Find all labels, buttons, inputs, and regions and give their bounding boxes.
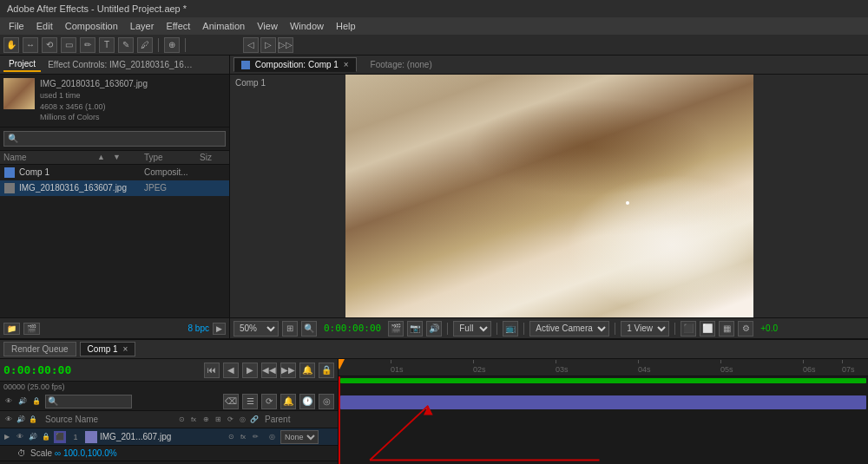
layer-parent-icon[interactable]: ◎: [266, 432, 277, 442]
layer-row-1[interactable]: ▶ 👁 🔊 🔒 ⬛ 1 IMG_201...607.jpg ⊙ fx ✏: [0, 428, 338, 446]
toolbar-btn-10[interactable]: ◁: [243, 37, 259, 53]
proj-used: used 1 time: [40, 90, 148, 101]
tl-timecode[interactable]: 0:00:00:00: [3, 363, 71, 376]
tl-search-btn-1[interactable]: ⌫: [223, 394, 239, 409]
menu-effect[interactable]: Effect: [161, 19, 195, 33]
vt-btn-8[interactable]: ⬜: [700, 321, 715, 337]
layer-pencil-btn[interactable]: ✏: [250, 432, 260, 442]
tl-search-btn-5[interactable]: 🕐: [299, 394, 315, 409]
new-comp-btn[interactable]: 🎬: [23, 323, 40, 335]
tl-col-btn-8[interactable]: ⟳: [225, 415, 235, 425]
tl-col-btn-1[interactable]: 👁: [3, 415, 14, 425]
toolbar-btn-2[interactable]: ↔: [23, 37, 38, 53]
toolbar-btn-3[interactable]: ⟲: [42, 37, 57, 53]
vt-btn-4[interactable]: 📷: [407, 321, 423, 337]
layer-parent-select[interactable]: None: [280, 430, 319, 444]
tl-col-btn-2[interactable]: 🔊: [16, 415, 26, 425]
menu-bar: File Edit Composition Layer Effect Anima…: [0, 17, 868, 35]
layer-audio-btn[interactable]: 🔊: [28, 432, 38, 442]
layer-lock-icon[interactable]: 🔒: [41, 432, 51, 442]
tl-lock-btn[interactable]: 🔒: [31, 396, 42, 407]
tab-comp1[interactable]: Comp 1 ×: [80, 342, 136, 356]
layer-num: 1: [69, 433, 82, 441]
timecode-display[interactable]: 0:00:00:00: [324, 323, 381, 334]
menu-animation[interactable]: Animation: [197, 19, 250, 33]
tl-btn-6[interactable]: 🔔: [299, 363, 315, 378]
toolbar-btn-8[interactable]: 🖊: [137, 37, 153, 53]
vt-btn-6[interactable]: 📺: [503, 321, 518, 337]
layer-quality-btn[interactable]: ⊙: [226, 432, 236, 442]
vt-btn-9[interactable]: ▦: [719, 321, 734, 337]
tl-col-btn-7[interactable]: ⊞: [213, 415, 223, 425]
new-item-btn[interactable]: 📁: [3, 323, 20, 335]
bpc-btn[interactable]: ▶: [213, 323, 226, 335]
tl-btn-4[interactable]: ◀◀: [261, 363, 277, 378]
vt-btn-2[interactable]: 🔍: [301, 321, 317, 337]
toolbar-btn-9[interactable]: ⊕: [164, 37, 180, 53]
layer-vis-btn[interactable]: 👁: [15, 432, 25, 442]
tl-search-btn-3[interactable]: ⟳: [261, 394, 277, 409]
scale-value[interactable]: ∞ 100.0,100.0%: [55, 448, 117, 458]
toolbar-btn-11[interactable]: ▷: [260, 37, 276, 53]
tl-vis-btn[interactable]: 👁: [3, 396, 14, 407]
zoom-select[interactable]: 50% 100%: [233, 321, 279, 337]
tl-search-input[interactable]: [45, 395, 132, 408]
vt-btn-1[interactable]: ⊞: [282, 321, 298, 337]
menu-composition[interactable]: Composition: [60, 19, 123, 33]
menu-layer[interactable]: Layer: [125, 19, 160, 33]
tl-search-btn-4[interactable]: 🔔: [280, 394, 296, 409]
tab-composition[interactable]: Composition: Comp 1 ×: [233, 57, 357, 72]
menu-file[interactable]: File: [3, 19, 30, 33]
layer-expand-btn[interactable]: ▶: [2, 432, 12, 442]
menu-edit[interactable]: Edit: [31, 19, 58, 33]
menu-view[interactable]: View: [252, 19, 283, 33]
tl-audio-btn[interactable]: 🔊: [17, 396, 28, 407]
tab-effect-controls[interactable]: Effect Controls: IMG_20180316_163607.jpg: [44, 58, 201, 71]
tl-col-btn-4[interactable]: ⊙: [176, 415, 187, 425]
tl-search-btn-6[interactable]: ◎: [319, 394, 334, 409]
project-item-comp1[interactable]: Comp 1 Composit...: [0, 165, 229, 180]
scale-label: Scale: [30, 448, 52, 458]
vt-btn-7[interactable]: ⬛: [681, 321, 696, 337]
project-item-img[interactable]: IMG_20180316_163607.jpg JPEG: [0, 180, 229, 196]
tl-col-btn-10[interactable]: 🔗: [249, 415, 260, 425]
menu-help[interactable]: Help: [331, 19, 361, 33]
tab-project[interactable]: Project: [3, 57, 41, 72]
toolbar-btn-12[interactable]: ▷▷: [278, 37, 293, 53]
toolbar-btn-5[interactable]: ✏: [80, 37, 95, 53]
tl-col-btn-6[interactable]: ⊕: [201, 415, 211, 425]
tab-render-queue[interactable]: Render Queue: [3, 342, 76, 356]
tl-col-btn-5[interactable]: fx: [188, 415, 199, 425]
layer-bar[interactable]: [340, 395, 866, 409]
sort-asc[interactable]: ▲: [97, 153, 109, 162]
view-select[interactable]: 1 View: [621, 321, 669, 337]
toolbar-btn-4[interactable]: ▭: [61, 37, 76, 53]
scale-stopwatch[interactable]: ⏱: [17, 448, 28, 459]
layer-fx-btn[interactable]: fx: [238, 432, 248, 442]
tl-btn-3[interactable]: ▶: [242, 363, 258, 378]
playhead[interactable]: [339, 376, 340, 464]
source-name-header: Source Name: [40, 415, 174, 424]
tab-comp-close[interactable]: ×: [344, 60, 349, 69]
camera-select[interactable]: Active Camera: [529, 321, 609, 337]
tl-search-btn-2[interactable]: ☰: [242, 394, 258, 409]
tl-btn-2[interactable]: ◀: [223, 363, 239, 378]
tl-btn-1[interactable]: ⏮: [204, 363, 220, 378]
sort-desc[interactable]: ▼: [113, 153, 125, 162]
tab-footage[interactable]: Footage: (none): [364, 58, 439, 71]
search-input[interactable]: [3, 131, 226, 147]
vt-btn-3[interactable]: 🎬: [388, 321, 404, 337]
toolbar-btn-7[interactable]: ✎: [118, 37, 134, 53]
tl-btn-7[interactable]: 🔒: [319, 363, 334, 378]
tl-col-btn-3[interactable]: 🔒: [28, 415, 38, 425]
toolbar-btn-1[interactable]: ✋: [3, 37, 19, 53]
vt-btn-5[interactable]: 🔊: [426, 321, 442, 337]
tl-btn-5[interactable]: ▶▶: [280, 363, 296, 378]
tl-col-btn-9[interactable]: ◎: [237, 415, 247, 425]
quality-select[interactable]: Full Half: [453, 321, 491, 337]
comp1-tab-close[interactable]: ×: [122, 344, 128, 354]
menu-window[interactable]: Window: [285, 19, 329, 33]
vt-btn-10[interactable]: ⚙: [738, 321, 753, 337]
toolbar-btn-6[interactable]: T: [99, 37, 115, 53]
right-area: Composition: Comp 1 × Footage: (none) Co…: [230, 56, 868, 338]
